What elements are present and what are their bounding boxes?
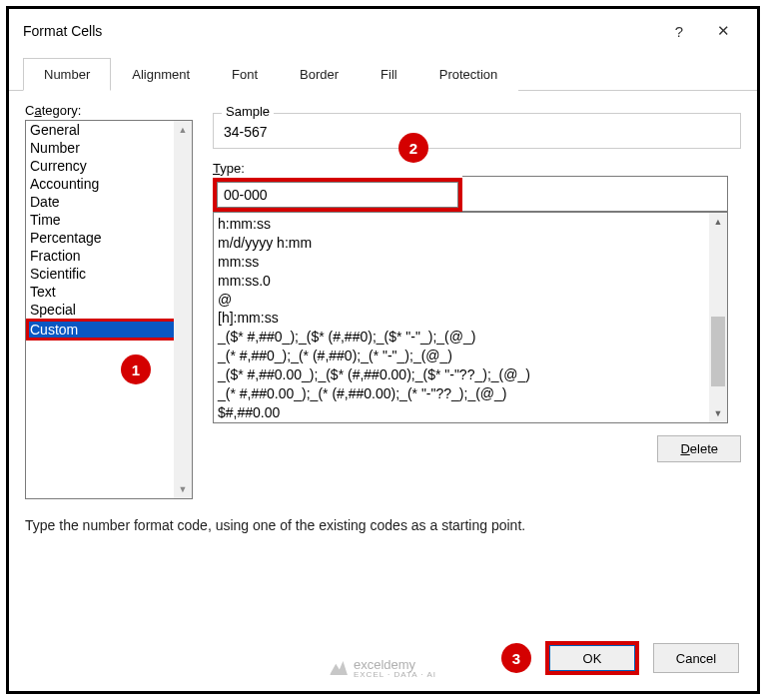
- category-item[interactable]: Currency: [26, 157, 192, 175]
- format-item[interactable]: m/d/yyyy h:mm: [218, 234, 723, 253]
- tab-border[interactable]: Border: [279, 58, 360, 91]
- format-item[interactable]: h:mm:ss: [218, 215, 723, 234]
- scroll-down-icon[interactable]: ▼: [174, 480, 192, 498]
- tab-number[interactable]: Number: [23, 58, 111, 91]
- category-item[interactable]: Percentage: [26, 229, 192, 247]
- titlebar: Format Cells ? ✕: [9, 9, 757, 53]
- scroll-up-icon[interactable]: ▲: [709, 213, 727, 231]
- category-item[interactable]: Accounting: [26, 175, 192, 193]
- category-item[interactable]: Scientific: [26, 265, 192, 283]
- format-item[interactable]: _($* #,##0.00_);_($* (#,##0.00);_($* "-"…: [218, 365, 723, 384]
- category-item[interactable]: Time: [26, 211, 192, 229]
- dialog-title: Format Cells: [23, 23, 657, 39]
- tab-fill[interactable]: Fill: [360, 58, 418, 91]
- format-list[interactable]: h:mm:ssm/d/yyyy h:mmmm:ssmm:ss.0@[h]:mm:…: [213, 212, 728, 423]
- format-item[interactable]: _($* #,##0_);_($* (#,##0);_($* "-"_);_(@…: [218, 328, 723, 347]
- callout-3: 3: [501, 643, 531, 673]
- tab-protection[interactable]: Protection: [418, 58, 519, 91]
- category-item[interactable]: Fraction: [26, 247, 192, 265]
- format-scrollbar[interactable]: ▲ ▼: [709, 213, 727, 422]
- type-input-highlight: [213, 178, 462, 212]
- sample-label: Sample: [222, 104, 274, 119]
- category-item[interactable]: Special: [26, 301, 192, 319]
- type-input[interactable]: [217, 182, 458, 208]
- hint-text: Type the number format code, using one o…: [25, 517, 741, 533]
- scroll-down-icon[interactable]: ▼: [709, 404, 727, 422]
- format-item[interactable]: [h]:mm:ss: [218, 309, 723, 328]
- format-item[interactable]: _(* #,##0_);_(* (#,##0);_(* "-"_);_(@_): [218, 347, 723, 365]
- format-item[interactable]: @: [218, 291, 723, 310]
- ok-highlight: OK: [545, 641, 639, 675]
- category-item[interactable]: Text: [26, 283, 192, 301]
- format-cells-dialog: Format Cells ? ✕ Number Alignment Font B…: [9, 9, 757, 691]
- format-item[interactable]: mm:ss: [218, 253, 723, 272]
- tab-alignment[interactable]: Alignment: [111, 58, 211, 91]
- scroll-up-icon[interactable]: ▲: [174, 121, 192, 139]
- category-listbox[interactable]: GeneralNumberCurrencyAccountingDateTimeP…: [25, 120, 193, 499]
- scrollbar[interactable]: ▲ ▼: [174, 121, 192, 498]
- tab-content: Category: GeneralNumberCurrencyAccountin…: [9, 91, 757, 631]
- scroll-thumb[interactable]: [711, 317, 725, 386]
- close-button[interactable]: ✕: [701, 15, 745, 47]
- format-item[interactable]: $#,##0.00: [218, 403, 723, 422]
- sample-group: Sample 34-567: [213, 113, 741, 149]
- dialog-footer: 3 OK Cancel: [9, 631, 757, 691]
- delete-button[interactable]: Delete: [657, 435, 741, 462]
- type-label: Type:: [213, 161, 741, 176]
- tab-strip: Number Alignment Font Border Fill Protec…: [9, 57, 757, 91]
- format-item[interactable]: mm:ss.0: [218, 272, 723, 291]
- category-item[interactable]: Number: [26, 139, 192, 157]
- callout-2: 2: [398, 133, 428, 163]
- cancel-button[interactable]: Cancel: [653, 643, 739, 673]
- format-item[interactable]: _(* #,##0.00_);_(* (#,##0.00);_(* "-"??_…: [218, 384, 723, 403]
- category-item[interactable]: General: [26, 121, 192, 139]
- tab-font[interactable]: Font: [211, 58, 279, 91]
- sample-value: 34-567: [224, 118, 730, 140]
- ok-button[interactable]: OK: [549, 645, 635, 671]
- format-item[interactable]: 00000: [218, 422, 723, 423]
- help-button[interactable]: ?: [657, 15, 701, 47]
- category-label: Category:: [25, 103, 193, 118]
- callout-1: 1: [121, 354, 151, 384]
- category-item[interactable]: Date: [26, 193, 192, 211]
- category-item[interactable]: Custom: [26, 319, 192, 341]
